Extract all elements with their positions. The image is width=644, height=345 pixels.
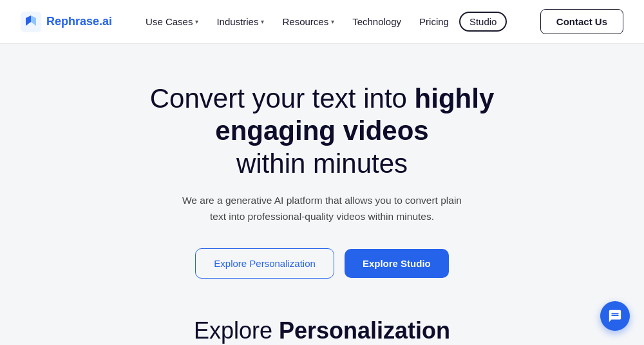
- chat-icon: [608, 309, 622, 323]
- nav-technology[interactable]: Technology: [345, 11, 409, 32]
- nav-resources[interactable]: Resources ▾: [274, 11, 342, 32]
- hero-section: Convert your text into highly engaging v…: [0, 44, 644, 304]
- hero-buttons: Explore Personalization Explore Studio: [195, 248, 448, 279]
- nav-studio[interactable]: Studio: [459, 12, 507, 32]
- hero-title: Convert your text into highly engaging v…: [97, 83, 547, 180]
- contact-button[interactable]: Contact Us: [540, 9, 623, 34]
- section-title-area: Explore Personalization: [0, 304, 644, 344]
- navbar: Rephrase.ai Use Cases ▾ Industries ▾ Res…: [0, 0, 644, 44]
- explore-studio-button[interactable]: Explore Studio: [345, 249, 449, 278]
- nav-industries[interactable]: Industries ▾: [209, 11, 272, 32]
- chevron-down-icon: ▾: [261, 18, 264, 25]
- chevron-down-icon: ▾: [195, 18, 198, 25]
- section-title: Explore Personalization: [13, 317, 631, 344]
- nav-links: Use Cases ▾ Industries ▾ Resources ▾ Tec…: [138, 11, 540, 32]
- nav-actions: Contact Us: [540, 9, 623, 34]
- nav-pricing[interactable]: Pricing: [412, 11, 457, 32]
- nav-use-cases[interactable]: Use Cases ▾: [138, 11, 206, 32]
- logo[interactable]: Rephrase.ai: [21, 12, 112, 32]
- chevron-down-icon: ▾: [331, 18, 334, 25]
- logo-text: Rephrase.ai: [46, 15, 112, 28]
- chat-bubble-button[interactable]: [600, 301, 630, 331]
- explore-personalization-button[interactable]: Explore Personalization: [195, 248, 334, 279]
- hero-subtitle: We are a generative AI platform that all…: [180, 193, 464, 225]
- logo-icon: [21, 12, 41, 32]
